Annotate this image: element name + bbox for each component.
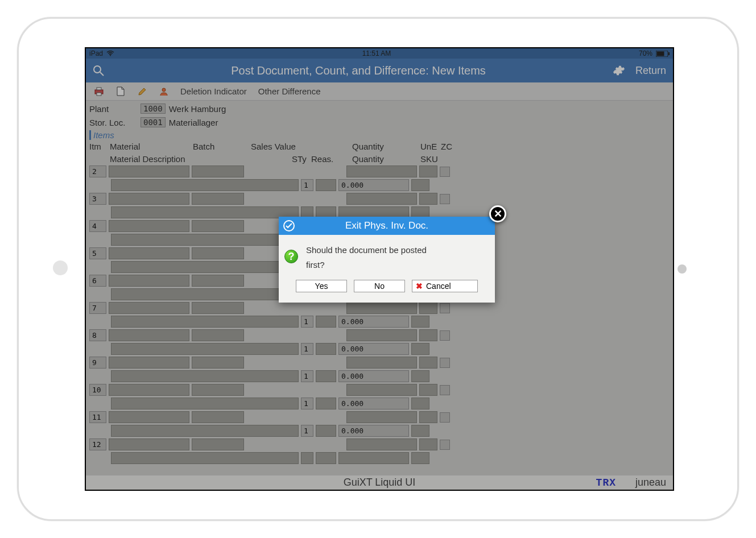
exit-dialog: Exit Phys. Inv. Doc. ✕ ? Should the docu… [279, 217, 495, 303]
cancel-button[interactable]: ✖ Cancel [412, 280, 478, 292]
yes-button[interactable]: Yes [296, 280, 347, 292]
front-camera [53, 260, 68, 275]
screen: iPad 11:51 AM 70% Post Document, Count, … [85, 47, 674, 491]
no-button[interactable]: No [354, 280, 405, 292]
ipad-frame: iPad 11:51 AM 70% Post Document, Count, … [17, 17, 739, 521]
dialog-title: Exit Phys. Inv. Doc. [345, 220, 428, 231]
home-button[interactable] [677, 264, 687, 274]
check-icon [283, 220, 295, 231]
dialog-message: Should the document be posted first? [306, 243, 427, 272]
close-icon[interactable]: ✕ [489, 205, 506, 222]
x-icon: ✖ [416, 282, 423, 291]
dialog-title-bar: Exit Phys. Inv. Doc. [279, 217, 495, 235]
question-icon: ? [284, 250, 298, 263]
